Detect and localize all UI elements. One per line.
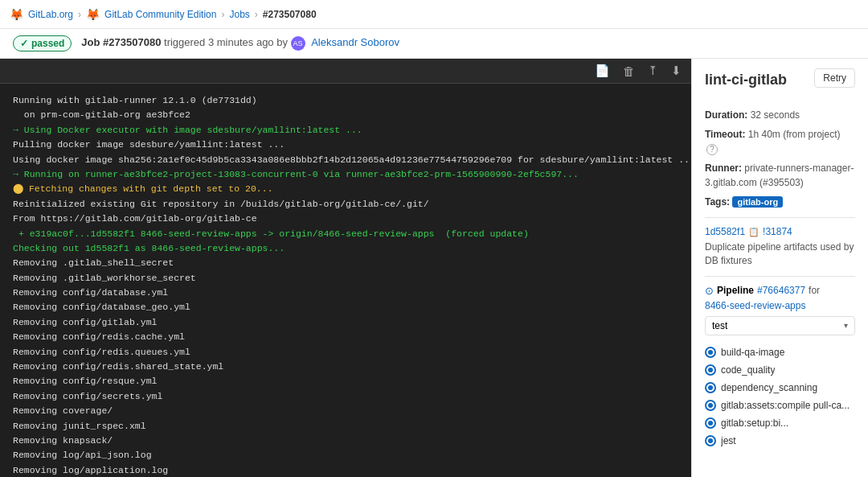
top-nav: 🦊 GitLab.org › 🦊 GitLab Community Editio… — [0, 0, 868, 29]
job-status-icon-6 — [705, 435, 716, 446]
line-16: Removing config/gitlab.yml — [13, 315, 678, 330]
line-23: Removing junit_rspec.xml — [13, 419, 678, 434]
line-4: Pulling docker image sdesbure/yamllint:l… — [13, 138, 678, 152]
line-5: Using docker image sha256:2a1ef0c45d9b5c… — [13, 153, 678, 167]
nav-fox-icon: 🦊 — [86, 8, 100, 21]
line-8: Reinitialized existing Git repository in… — [13, 197, 678, 212]
tags-row: Tags: gitlab-org — [705, 195, 855, 209]
pipeline-row: ⊙ Pipeline #76646377 for 8466-seed-revie… — [705, 285, 855, 311]
line-17: Removing config/redis.cache.yml — [13, 330, 678, 344]
sidebar-title: lint-ci-gitlab — [705, 72, 787, 88]
job-info: Job #273507080 triggered 3 minutes ago b… — [81, 36, 399, 51]
line-6: → Running on runner-ae3bfce2-project-130… — [13, 167, 678, 182]
help-icon[interactable]: ? — [706, 144, 718, 155]
job-name-6: jest — [721, 435, 736, 446]
terminal-toolbar: 📄 🗑 ⤒ ⬇ — [0, 59, 691, 84]
jobs-list: build-qa-image code_quality dependency_s… — [705, 343, 855, 450]
user-link[interactable]: Aleksandr Soborov — [311, 36, 399, 48]
pipeline-status-icon: ⊙ — [705, 285, 714, 297]
job-item-2[interactable]: code_quality — [705, 361, 855, 379]
timeout-label: Timeout: — [705, 129, 745, 140]
line-21: Removing config/secrets.yml — [13, 389, 678, 404]
line-13: Removing .gitlab_workhorse_secret — [13, 271, 678, 286]
job-status-icon-3 — [705, 382, 716, 393]
tag-badge: gitlab-org — [732, 196, 783, 208]
stage-dropdown[interactable]: test ▾ — [705, 316, 855, 335]
line-22: Removing coverage/ — [13, 404, 678, 418]
nav-sep-3: › — [255, 9, 258, 20]
nav-org[interactable]: GitLab.org — [28, 9, 73, 20]
job-header: passed Job #273507080 triggered 3 minute… — [0, 29, 868, 59]
timeout-value: 1h 40m (from project) — [748, 129, 841, 140]
line-15: Removing config/database_geo.yml — [13, 300, 678, 315]
duration-row: Duration: 32 seconds — [705, 108, 855, 122]
job-name-5: gitlab:setup:bi... — [721, 417, 788, 429]
passed-badge: passed — [13, 35, 72, 51]
commit-desc: Duplicate pipeline artifacts used by DB … — [705, 241, 855, 268]
line-12: Removing .gitlab_shell_secret — [13, 256, 678, 270]
main-layout: 📄 🗑 ⤒ ⬇ Running with gitlab-runner 12.1.… — [0, 59, 868, 477]
job-item-6[interactable]: jest — [705, 432, 855, 450]
mr-link[interactable]: !31874 — [763, 226, 792, 237]
line-1: Running with gitlab-runner 12.1.0 (de773… — [13, 93, 678, 108]
commit-hash-link[interactable]: 1d5582f1 — [705, 226, 745, 237]
terminal-area: 📄 🗑 ⤒ ⬇ Running with gitlab-runner 12.1.… — [0, 59, 691, 477]
job-status-icon-1 — [705, 347, 716, 358]
line-20: Removing config/resque.yml — [13, 374, 678, 389]
job-name-2: code_quality — [721, 364, 775, 376]
timeout-row: Timeout: 1h 40m (from project) ? — [705, 127, 855, 156]
retry-button[interactable]: Retry — [814, 68, 855, 88]
chevron-down-icon: ▾ — [844, 321, 848, 330]
line-2: on prm-com-gitlab-org ae3bfce2 — [13, 108, 678, 122]
job-name-4: gitlab:assets:compile pull-ca... — [721, 400, 850, 411]
divider-1 — [705, 217, 855, 218]
commit-row: 1d5582f1 📋 !31874 — [705, 226, 855, 237]
job-item-4[interactable]: gitlab:assets:compile pull-ca... — [705, 397, 855, 414]
line-14: Removing config/database.yml — [13, 286, 678, 300]
copy-raw-icon[interactable]: 📄 — [592, 62, 613, 80]
triggered-text: triggered 3 minutes ago by — [164, 36, 291, 48]
job-item-3[interactable]: dependency_scanning — [705, 379, 855, 397]
line-24: Removing knapsack/ — [13, 434, 678, 448]
divider-2 — [705, 276, 855, 277]
tags-label: Tags: — [705, 196, 730, 208]
line-9: From https://gitlab.com/gitlab-org/gitla… — [13, 212, 678, 226]
job-item-1[interactable]: build-qa-image — [705, 343, 855, 361]
nav-section[interactable]: Jobs — [229, 9, 249, 20]
line-25: Removing log/api_json.log — [13, 448, 678, 463]
job-item-5[interactable]: gitlab:setup:bi... — [705, 414, 855, 432]
job-name-1: build-qa-image — [721, 347, 784, 358]
duration-label: Duration: — [705, 109, 747, 121]
nav-job-id: #273507080 — [263, 9, 317, 20]
line-11: Checking out 1d5582f1 as 8466-seed-revie… — [13, 241, 678, 256]
nav-sep-1: › — [78, 9, 81, 20]
runner-label: Runner: — [705, 162, 742, 174]
runner-row: Runner: private-runners-manager-3.gitlab… — [705, 161, 855, 190]
pipeline-for-text: for — [809, 285, 820, 296]
brand-icon: 🦊 — [10, 8, 23, 21]
line-fetching: ⬤ Fetching changes with git depth set to… — [13, 182, 678, 196]
line-26: Removing log/application.log — [13, 463, 678, 477]
duration-value: 32 seconds — [751, 109, 800, 121]
job-status-icon-5 — [705, 417, 716, 429]
job-status-icon-4 — [705, 400, 716, 411]
sidebar: lint-ci-gitlab Retry Duration: 32 second… — [691, 59, 868, 477]
terminal-content: Running with gitlab-runner 12.1.0 (de773… — [0, 84, 691, 477]
line-3: → Using Docker executor with image sdesb… — [13, 123, 678, 138]
stage-label: test — [712, 320, 727, 331]
pipeline-branch-link[interactable]: 8466-seed-review-apps — [705, 300, 855, 311]
scroll-top-icon[interactable]: ⤒ — [645, 62, 661, 80]
job-label: Job #273507080 — [81, 36, 161, 48]
user-avatar: AS — [291, 36, 305, 51]
copy-commit-icon[interactable]: 📋 — [748, 227, 760, 237]
nav-project[interactable]: GitLab Community Edition — [104, 9, 216, 20]
job-status-icon-2 — [705, 364, 716, 376]
nav-sep-2: › — [221, 9, 224, 20]
pipeline-label: Pipeline — [717, 285, 754, 296]
pipeline-id-link[interactable]: #76646377 — [757, 285, 805, 296]
scroll-bottom-icon[interactable]: ⬇ — [668, 62, 685, 80]
line-10: + e319ac0f...1d5582f1 8466-seed-review-a… — [13, 227, 678, 241]
erase-icon[interactable]: 🗑 — [620, 63, 638, 80]
job-name-3: dependency_scanning — [721, 382, 817, 393]
line-18: Removing config/redis.queues.yml — [13, 345, 678, 360]
